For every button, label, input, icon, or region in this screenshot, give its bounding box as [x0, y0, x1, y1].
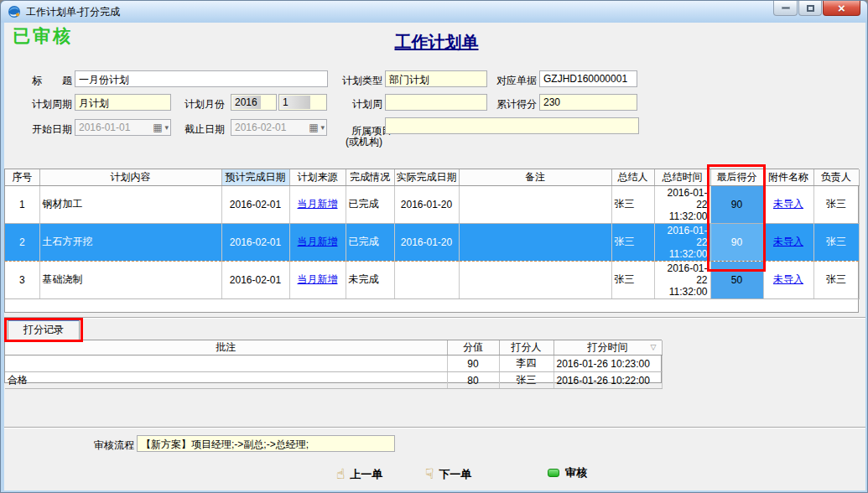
- project-field[interactable]: [385, 117, 639, 134]
- close-button[interactable]: ×: [823, 1, 860, 16]
- cell-score: 90: [447, 355, 499, 372]
- chevron-down-icon: ▾: [320, 123, 325, 132]
- hand-down-icon: ☟: [425, 465, 434, 483]
- start-date-picker[interactable]: 2016-01-01 ▦▾: [75, 119, 171, 136]
- prev-button[interactable]: ☝ 上一单: [336, 465, 382, 483]
- cell-actual-date: 2016-01-20: [394, 223, 459, 261]
- next-button[interactable]: ☟ 下一单: [425, 465, 471, 483]
- minimize-icon: [782, 7, 790, 9]
- cell-content: 基础浇制: [39, 261, 221, 298]
- cell-score: 80: [447, 372, 499, 389]
- cell-score-time: 2016-01-26 10:23:00: [554, 355, 662, 372]
- plan-month-month-spinner[interactable]: 1: [278, 94, 327, 111]
- app-icon: [8, 5, 21, 18]
- cell-score-time: 2016-01-26 10:22:00: [554, 372, 662, 389]
- tabstrip-line: [4, 317, 865, 319]
- chevron-down-icon: ▾: [164, 123, 169, 132]
- plan-cycle-field[interactable]: 月计划: [75, 94, 171, 111]
- table-row[interactable]: 1 钢材加工 2016-02-01 当月新增 已完成 2016-01-20 张三…: [5, 185, 859, 223]
- cell-owner: 张三: [813, 261, 859, 298]
- col-header-source[interactable]: 计划来源: [289, 169, 346, 185]
- client-area: 已审核 工作计划单 标 题 一月份计划 计划类型 部门计划 对应单据 GZJHD…: [4, 23, 865, 490]
- title-label: 标 题: [24, 74, 72, 88]
- plan-month-year-spinner[interactable]: 2016: [231, 94, 277, 111]
- cell-actual-date: [394, 261, 459, 298]
- cell-expected-date: 2016-02-01: [221, 223, 289, 261]
- source-link[interactable]: 当月新增: [298, 273, 338, 285]
- attachment-link[interactable]: 未导入: [773, 236, 803, 247]
- minimize-button[interactable]: [773, 1, 798, 16]
- cell-owner: 张三: [813, 223, 859, 261]
- col-header-status[interactable]: 完成情况: [346, 169, 394, 185]
- col-header-no[interactable]: 序号: [5, 169, 39, 185]
- col-header-final-score[interactable]: 最后得分: [710, 169, 763, 185]
- col-header-summarizer[interactable]: 总结人: [611, 169, 654, 185]
- cell-content: 钢材加工: [39, 185, 221, 223]
- cell-owner: 张三: [813, 185, 859, 223]
- end-date-picker[interactable]: 2016-02-01 ▦▾: [231, 119, 327, 136]
- app-window: 工作计划单-打分完成 × 已审核 工作计划单 标 题 一月份计划 计划类型 部门…: [0, 0, 868, 493]
- table-row[interactable]: 3 基础浇制 2016-02-01 当月新增 未完成 张三 2016-01-22…: [5, 261, 859, 298]
- cell-remark: [459, 223, 611, 261]
- source-link[interactable]: 当月新增: [298, 198, 338, 210]
- attachment-link[interactable]: 未导入: [773, 198, 803, 210]
- plan-type-field[interactable]: 部门计划: [385, 70, 487, 87]
- audit-green-icon: [548, 469, 559, 477]
- score-table-header-row: 批注 分值 打分人 打分时间 ▽: [5, 340, 662, 355]
- cell-final-score: 50: [710, 261, 763, 298]
- main-table: 序号 计划内容 预计完成日期 计划来源 完成情况 实际完成日期 备注 总结人 总…: [5, 169, 860, 299]
- cell-summarizer: 张三: [611, 261, 654, 298]
- title-input[interactable]: 一月份计划: [75, 70, 328, 87]
- col-header-scorer[interactable]: 打分人: [499, 340, 554, 355]
- sort-descending-icon: ▽: [651, 343, 657, 351]
- total-score-label: 累计得分: [491, 97, 537, 112]
- project-label: 所属项目(或机构): [335, 115, 382, 158]
- page-title: 工作计划单: [321, 31, 552, 54]
- end-date-label: 截止日期: [177, 122, 225, 137]
- cell-summary-time: 2016-01-22 11:32:00: [654, 261, 710, 298]
- col-header-remark[interactable]: 备注: [459, 169, 611, 185]
- cell-status: 已完成: [346, 223, 394, 261]
- cell-no: 2: [5, 223, 39, 261]
- source-link[interactable]: 当月新增: [298, 236, 338, 247]
- score-row[interactable]: 90 李四 2016-01-26 10:23:00: [5, 355, 662, 372]
- attachment-link[interactable]: 未导入: [773, 273, 803, 285]
- col-header-actual-date[interactable]: 实际完成日期: [394, 169, 459, 185]
- total-score-field[interactable]: 230: [539, 94, 637, 111]
- table-row-selected[interactable]: 2 土石方开挖 2016-02-01 当月新增 已完成 2016-01-20 张…: [5, 223, 859, 261]
- cell-scorer: 李四: [499, 355, 554, 372]
- doc-no-label: 对应单据: [491, 74, 537, 88]
- maximize-button[interactable]: [798, 1, 822, 16]
- close-icon: ×: [838, 2, 845, 14]
- prev-button-label: 上一单: [350, 467, 382, 482]
- audit-flow-field[interactable]: 【新方案】项目经理;->副总;->总经理;: [137, 435, 395, 452]
- window-title: 工作计划单-打分完成: [26, 1, 120, 23]
- maximize-icon: [807, 5, 814, 12]
- cell-expected-date: 2016-02-01: [221, 261, 289, 298]
- col-header-summary-time[interactable]: 总结时间: [654, 169, 710, 185]
- cell-final-score: 90: [710, 185, 763, 223]
- cell-actual-date: 2016-01-20: [394, 185, 459, 223]
- col-header-content[interactable]: 计划内容: [39, 169, 221, 185]
- audit-button[interactable]: 审核: [548, 465, 587, 480]
- col-header-owner[interactable]: 负责人: [813, 169, 859, 185]
- cell-no: 3: [5, 261, 39, 298]
- col-header-expected-date[interactable]: 预计完成日期: [221, 169, 289, 185]
- cell-summarizer: 张三: [611, 185, 654, 223]
- main-table-container: 序号 计划内容 预计完成日期 计划来源 完成情况 实际完成日期 备注 总结人 总…: [4, 169, 859, 313]
- main-table-header-row: 序号 计划内容 预计完成日期 计划来源 完成情况 实际完成日期 备注 总结人 总…: [5, 169, 859, 185]
- col-header-comment[interactable]: 批注: [5, 340, 447, 355]
- col-header-score-time[interactable]: 打分时间 ▽: [554, 340, 662, 355]
- col-header-attachment[interactable]: 附件名称: [763, 169, 813, 185]
- status-stamp: 已审核: [13, 24, 73, 48]
- separator: [4, 427, 865, 428]
- plan-month-label: 计划月份: [177, 97, 225, 112]
- doc-no-input[interactable]: GZJHD160000001: [539, 70, 637, 87]
- next-button-label: 下一单: [439, 467, 471, 482]
- col-header-score[interactable]: 分值: [447, 340, 499, 355]
- tab-score-record[interactable]: 打分记录: [8, 319, 80, 340]
- score-row[interactable]: 合格 80 张三 2016-01-26 10:22:00: [5, 372, 662, 389]
- audit-button-label: 审核: [565, 465, 587, 480]
- cell-status: 未完成: [346, 261, 394, 298]
- plan-week-field[interactable]: [385, 94, 487, 111]
